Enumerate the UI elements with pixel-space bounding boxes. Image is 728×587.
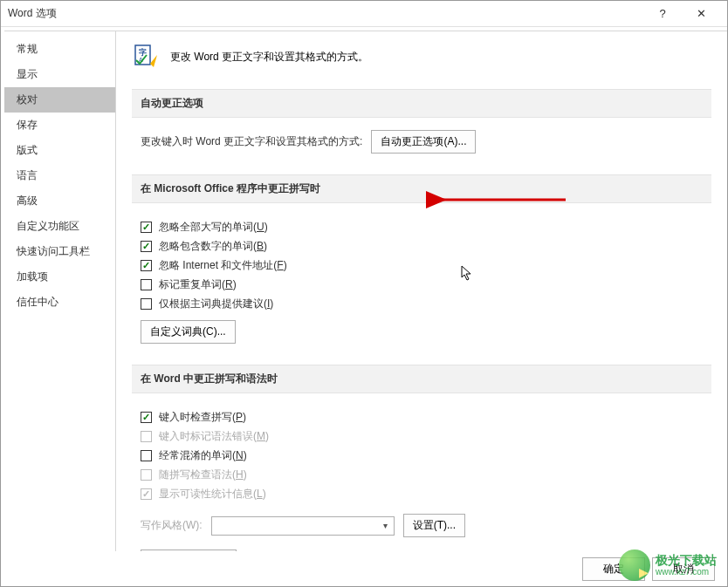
autocorrect-options-button[interactable]: 自动更正选项(A)... (371, 130, 476, 154)
proofing-header-icon: 字 A (132, 42, 161, 72)
checkbox[interactable] (141, 222, 152, 233)
checkbox[interactable] (141, 241, 152, 252)
checkbox-label: 经常混淆的单词(N) (159, 448, 247, 463)
office-spelling-title: 在 Microsoft Office 程序中更正拼写时 (132, 174, 711, 203)
checkbox-row[interactable]: 经常混淆的单词(N) (141, 448, 703, 463)
checkbox (141, 431, 152, 442)
window-title: Word 选项 (8, 6, 643, 21)
checkbox[interactable] (141, 260, 152, 271)
checkbox-row: 键入时标记语法错误(M) (141, 429, 703, 444)
help-button[interactable]: ? (643, 1, 682, 27)
sidebar-item[interactable]: 语言 (4, 163, 115, 188)
checkbox-row[interactable]: 仅根据主词典提供建议(I) (141, 297, 703, 311)
checkbox[interactable] (141, 279, 152, 290)
checkbox-row[interactable]: 忽略全部大写的单词(U) (141, 220, 703, 235)
autocorrect-row: 更改键入时 Word 更正文字和设置其格式的方式: 自动更正选项(A)... (141, 130, 703, 154)
checkbox-row: 随拼写检查语法(H) (141, 468, 703, 482)
chevron-down-icon: ▾ (380, 521, 392, 530)
writing-style-label: 写作风格(W): (141, 518, 203, 533)
checkbox-row[interactable]: 标记重复单词(R) (141, 277, 703, 292)
page-header: 字 A 更改 Word 更正文字和设置其格式的方式。 (132, 42, 711, 72)
cancel-button[interactable]: 取消 (652, 557, 715, 581)
checkbox-row[interactable]: 忽略包含数字的单词(B) (141, 239, 703, 254)
writing-style-row: 写作风格(W):▾设置(T)... (141, 514, 703, 537)
sidebar-item[interactable]: 常规 (4, 37, 115, 62)
checkbox-row[interactable]: 忽略 Internet 和文件地址(F) (141, 258, 703, 273)
writing-style-dropdown[interactable]: ▾ (211, 516, 395, 536)
section-autocorrect: 自动更正选项 更改键入时 Word 更正文字和设置其格式的方式: 自动更正选项(… (132, 89, 711, 169)
checkbox-label: 键入时检查拼写(P) (159, 410, 246, 425)
checkbox (141, 488, 152, 500)
dialog-body: 常规显示校对保存版式语言高级自定义功能区快速访问工具栏加载项信任中心 字 A 更… (1, 27, 727, 551)
checkbox-row[interactable]: 键入时检查拼写(P) (141, 410, 703, 425)
content-pane: 字 A 更改 Word 更正文字和设置其格式的方式。 自动更正选项 更改键入时 … (116, 31, 727, 551)
checkbox-label: 忽略包含数字的单词(B) (159, 239, 267, 254)
sidebar-item[interactable]: 版式 (4, 138, 115, 163)
sidebar-item[interactable]: 显示 (4, 62, 115, 87)
section-word-spelling: 在 Word 中更正拼写和语法时 键入时检查拼写(P)键入时标记语法错误(M)经… (132, 365, 711, 551)
ok-button[interactable]: 确定 (582, 557, 645, 581)
page-description: 更改 Word 更正文字和设置其格式的方式。 (170, 50, 368, 65)
checkbox-label: 随拼写检查语法(H) (159, 468, 247, 482)
checkbox-label: 忽略全部大写的单词(U) (159, 220, 268, 235)
section-autocorrect-title: 自动更正选项 (132, 89, 711, 118)
sidebar-item[interactable]: 信任中心 (4, 290, 115, 315)
cursor-pointer-icon (461, 265, 475, 283)
checkbox-label: 忽略 Internet 和文件地址(F) (159, 258, 287, 273)
category-sidebar: 常规显示校对保存版式语言高级自定义功能区快速访问工具栏加载项信任中心 (4, 31, 116, 551)
custom-dictionaries-button[interactable]: 自定义词典(C)... (141, 320, 236, 344)
options-dialog: Word 选项 ? ✕ 常规显示校对保存版式语言高级自定义功能区快速访问工具栏加… (0, 0, 728, 587)
checkbox (141, 469, 152, 481)
sidebar-item[interactable]: 自定义功能区 (4, 214, 115, 239)
dialog-footer: 极光下载站 www.xz7.com 确定 取消 (1, 551, 727, 586)
sidebar-item[interactable]: 快速访问工具栏 (4, 239, 115, 264)
sidebar-item[interactable]: 加载项 (4, 264, 115, 290)
checkbox-row: 显示可读性统计信息(L) (141, 487, 703, 502)
sidebar-item[interactable]: 校对 (4, 87, 115, 113)
writing-style-settings-button[interactable]: 设置(T)... (403, 514, 465, 537)
checkbox[interactable] (141, 450, 152, 461)
checkbox[interactable] (141, 412, 152, 423)
checkbox-label: 键入时标记语法错误(M) (159, 429, 269, 444)
word-spelling-title: 在 Word 中更正拼写和语法时 (132, 365, 711, 393)
checkbox-label: 显示可读性统计信息(L) (159, 487, 266, 502)
sidebar-item[interactable]: 高级 (4, 188, 115, 214)
checkbox[interactable] (141, 298, 152, 310)
close-button[interactable]: ✕ (682, 1, 720, 27)
section-office-spelling: 在 Microsoft Office 程序中更正拼写时 忽略全部大写的单词(U)… (132, 174, 711, 359)
checkbox-label: 标记重复单词(R) (159, 277, 237, 292)
sidebar-item[interactable]: 保存 (4, 113, 115, 138)
checkbox-label: 仅根据主词典提供建议(I) (159, 297, 273, 311)
titlebar: Word 选项 ? ✕ (1, 1, 727, 27)
autocorrect-prompt: 更改键入时 Word 更正文字和设置其格式的方式: (141, 134, 362, 149)
